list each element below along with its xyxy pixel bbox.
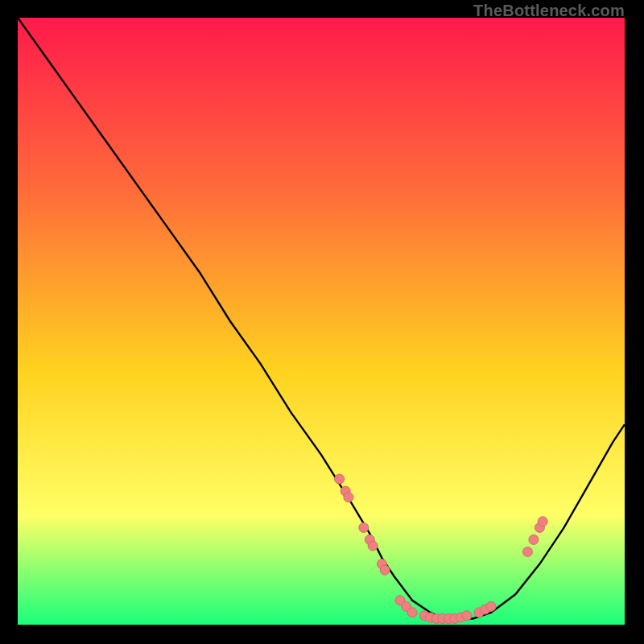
chart-frame (18, 18, 625, 625)
data-marker (407, 608, 417, 617)
bottleneck-chart (18, 18, 625, 625)
gradient-background (18, 18, 625, 625)
data-marker (335, 474, 345, 484)
data-marker (462, 611, 472, 621)
data-marker (522, 547, 532, 557)
data-marker (529, 535, 539, 544)
data-marker (368, 541, 378, 551)
data-marker (486, 601, 496, 611)
data-marker (344, 493, 353, 502)
data-marker (538, 517, 547, 526)
data-marker (359, 522, 369, 532)
data-marker (380, 565, 390, 575)
